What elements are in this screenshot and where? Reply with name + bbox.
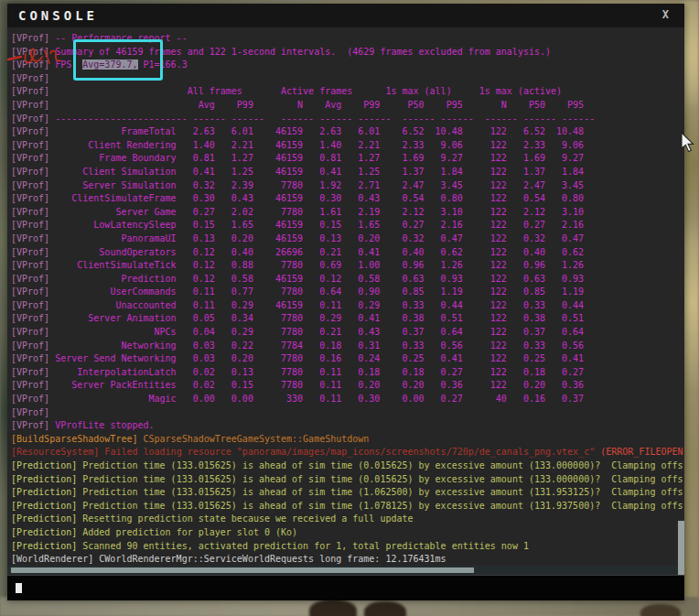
player-boot — [364, 601, 406, 616]
log-prefix: [VProf] — [11, 33, 55, 43]
player-boot — [309, 600, 357, 616]
log-prefix: [VProf] — [11, 380, 55, 390]
log-message: ------------------------ ------ ------ -… — [55, 113, 595, 124]
log-prefix: [VProf] — [11, 367, 55, 377]
log-message: Server Animation 0.05 0.34 7780 0.29 0.4… — [55, 313, 584, 323]
log-line: [Prediction] Prediction time (133.015625… — [11, 486, 684, 500]
log-prefix: [VProf] — [11, 59, 55, 70]
log-line: [Prediction] Prediction time (133.015625… — [11, 459, 684, 473]
log-message: CSparseShadowTreeGameSystem::GameShutdow… — [144, 434, 370, 444]
log-prefix: [Prediction] — [11, 474, 82, 484]
console-title: CONSOLE — [18, 8, 98, 23]
log-line: [ResourceSystem] Failed loading resource… — [11, 446, 684, 459]
log-message: Prediction time (133.015625) is ahead of… — [82, 460, 683, 470]
log-message: UserCommands 0.11 0.77 7780 0.64 0.90 0.… — [55, 286, 584, 297]
log-line: [VProf] PanoramaUI 0.13 0.20 46159 0.13 … — [11, 232, 684, 246]
log-prefix: [VProf] — [11, 420, 55, 430]
log-prefix: [Prediction] — [11, 513, 82, 524]
log-message: InterpolationLatch 0.02 0.13 7780 0.11 0… — [55, 367, 584, 377]
log-message: Prediction time (133.015625) is ahead of… — [82, 501, 683, 511]
log-message: Client Simulation 0.41 1.25 46159 0.41 1… — [55, 167, 584, 177]
log-message: Avg P99 N Avg P99 P50 P95 N P50 P95 — [55, 100, 584, 110]
log-line: [VProf] FrameTotal 2.63 6.01 46159 2.63 … — [11, 125, 684, 139]
log-message: SoundOperators 0.12 0.40 26696 0.21 0.41… — [55, 247, 584, 257]
console-window: CONSOLE X [VProf] -- Performance report … — [7, 4, 684, 600]
log-prefix: [VProf] — [11, 353, 55, 363]
log-line: [VProf] UserCommands 0.11 0.77 7780 0.64… — [11, 286, 684, 299]
log-line: [VProf] — [11, 406, 684, 420]
log-line: [VProf] Server PackEntities 0.02 0.15 77… — [11, 379, 684, 393]
log-line: [VProf] InterpolationLatch 0.02 0.13 778… — [11, 366, 684, 380]
log-prefix: [VProf] — [11, 340, 55, 351]
log-line: [VProf] LowLatencySleep 0.15 1.65 46159 … — [11, 219, 684, 232]
close-button[interactable]: X — [660, 8, 672, 21]
log-prefix: [VProf] — [11, 140, 55, 150]
log-prefix: [Prediction] — [11, 487, 82, 497]
log-prefix: [VProf] — [11, 167, 55, 177]
log-line: [VProf] Client Rendering 1.40 2.21 46159… — [11, 139, 684, 153]
log-prefix: [ResourceSystem] — [11, 447, 104, 457]
log-line: [VProf] Server Game 0.27 2.02 7780 1.61 … — [11, 206, 684, 220]
log-message: ClientSimulateTick 0.12 0.88 7780 0.69 1… — [55, 260, 584, 270]
log-line: [VProf] Frame Boundary 0.81 1.27 46159 0… — [11, 152, 684, 166]
log-message: ClientSimulateFrame 0.30 0.43 46159 0.30… — [55, 193, 584, 203]
log-prefix: [BuildSparseShadowTree] — [11, 434, 144, 444]
log-line: [VProf] ClientSimulateTick 0.12 0.88 778… — [11, 259, 684, 273]
log-prefix: [VProf] — [11, 73, 55, 83]
log-message: Server Game 0.27 2.02 7780 1.61 2.19 2.1… — [55, 207, 584, 217]
log-prefix: [Prediction] — [11, 541, 82, 551]
log-line: [VProf] ------------------------ ------ … — [11, 113, 684, 126]
log-line: [VProf] Unaccounted 0.11 0.29 46159 0.11… — [11, 299, 684, 313]
log-message: VProfLite stopped. — [55, 420, 154, 430]
log-message: Server Send Networking 0.03 0.20 7780 0.… — [55, 353, 584, 363]
console-command-input[interactable] — [7, 575, 684, 600]
log-message: Prediction 0.12 0.58 46159 0.12 0.58 0.6… — [55, 274, 584, 284]
log-line: [VProf] Client Simulation 0.41 1.25 4615… — [11, 166, 684, 179]
log-line: [WorldRenderer] CWorldRendererMgr::Servi… — [11, 553, 684, 566]
log-message: Client Rendering 1.40 2.21 46159 1.40 2.… — [55, 140, 584, 150]
log-line: [VProf] Magic 0.00 0.00 330 0.11 0.30 0.… — [11, 393, 684, 406]
log-line: [VProf] Prediction 0.12 0.58 46159 0.12 … — [11, 273, 684, 286]
log-prefix: [VProf] — [11, 126, 55, 136]
log-line: [Prediction] Added prediction for player… — [11, 526, 684, 540]
log-line: [VProf] -- Performance report -- — [11, 32, 684, 46]
log-line: [VProf] NPCs 0.04 0.29 7780 0.21 0.43 0.… — [11, 326, 684, 340]
selected-text: Avg=379.7, — [82, 59, 137, 70]
log-prefix: [VProf] — [11, 180, 55, 190]
log-prefix: [VProf] — [11, 247, 55, 257]
log-prefix: [Prediction] — [11, 527, 82, 537]
screenshot-stage: CONSOLE X [VProf] -- Performance report … — [0, 0, 699, 616]
console-log[interactable]: [VProf] -- Performance report --[VProf] … — [7, 27, 684, 566]
log-prefix: [VProf] — [11, 407, 55, 417]
horizontal-scrollbar-thumb[interactable] — [11, 567, 474, 573]
log-message: Summary of 46159 frames and 122 1-second… — [55, 47, 551, 57]
log-line: [VProf] Networking 0.03 0.22 7784 0.18 0… — [11, 340, 684, 353]
log-line: [VProf] FPS: Avg=379.7, P1=166.3 — [11, 59, 684, 72]
log-line: [VProf] VProfLite stopped. — [11, 419, 684, 433]
log-line: [Prediction] Scanned 90 entities, activa… — [11, 540, 684, 554]
log-message: Server Simulation 0.32 2.39 7780 1.92 2.… — [55, 180, 584, 190]
log-prefix: [VProf] — [11, 394, 55, 404]
log-message: P1=166.3 — [138, 59, 188, 70]
log-prefix: [VProf] — [11, 153, 55, 163]
log-prefix: [VProf] — [11, 193, 55, 203]
log-line: [Prediction] Resetting prediction state … — [11, 513, 684, 526]
text-cursor — [16, 583, 22, 593]
log-message: NPCs 0.04 0.29 7780 0.21 0.43 0.37 0.64 … — [55, 327, 584, 337]
log-line: [VProf] All frames Active frames 1s max … — [11, 85, 684, 99]
log-message: -- Performance report -- — [55, 33, 188, 43]
log-line: [VProf] Summary of 46159 frames and 122 … — [11, 46, 684, 59]
log-message-tail: (ERROR_FILEOPEN — [600, 447, 683, 457]
log-line: [VProf] Server Animation 0.05 0.34 7780 … — [11, 312, 684, 326]
log-message: Resetting prediction state because we re… — [82, 513, 413, 524]
log-line: [VProf] SoundOperators 0.12 0.40 26696 0… — [11, 246, 684, 260]
log-prefix: [VProf] — [11, 274, 55, 284]
log-prefix: [VProf] — [11, 86, 55, 96]
log-line: [BuildSparseShadowTree] CSparseShadowTre… — [11, 433, 684, 447]
log-message: Scanned 90 entities, activated predictio… — [82, 541, 529, 551]
log-prefix: [VProf] — [11, 233, 55, 243]
log-prefix: [VProf] — [11, 220, 55, 230]
horizontal-scrollbar[interactable] — [7, 566, 684, 575]
log-line: [Prediction] Prediction time (133.015625… — [11, 500, 684, 513]
log-prefix: [VProf] — [11, 47, 55, 57]
